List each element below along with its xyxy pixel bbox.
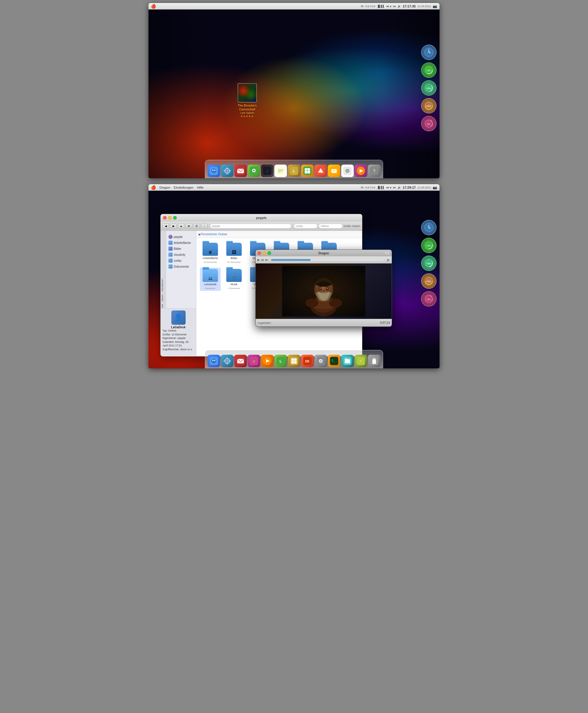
search-label: pepple xyxy=(212,225,220,228)
volume-icon-bottom[interactable]: 🔊 xyxy=(398,186,401,189)
widget-cpu-top[interactable]: CPU xyxy=(421,62,437,78)
dock-bottom-libreoffice[interactable]: L xyxy=(274,355,287,367)
widget-clock-bottom[interactable] xyxy=(421,220,437,235)
minimize-button[interactable] xyxy=(168,216,172,220)
video-next-btn[interactable]: ⏭ xyxy=(265,258,268,261)
folder-musik[interactable]: 🎵 Musik 2 Elemente xyxy=(224,268,245,291)
menu-bar-top: 🍎 kh 0.0 / 0.0 ▐▌▌▌ ⏮ ⏵ ⏭ 🔊 17:17:35 11.… xyxy=(148,3,440,9)
dock-music[interactable]: ♪ xyxy=(261,165,274,177)
dock-mail[interactable] xyxy=(234,165,247,177)
breadcrumb-home[interactable]: Persönlicher Ordner xyxy=(201,232,227,236)
dock-bottom-browser[interactable] xyxy=(221,355,233,367)
video-fullscreen-btn[interactable]: ⛶ xyxy=(384,251,389,255)
network-values-bottom: 0.0 / 0.0 xyxy=(365,186,375,189)
video-close-btn[interactable] xyxy=(257,251,261,255)
widget-net-bottom[interactable]: NET xyxy=(421,291,437,307)
camera-icon[interactable]: 📷 xyxy=(433,4,437,8)
dock-libreoffice-calc[interactable] xyxy=(301,165,314,177)
dock-bottom-settings[interactable] xyxy=(314,355,327,367)
sidebar-icon-conky xyxy=(168,259,172,263)
dock-finder[interactable] xyxy=(208,165,220,177)
location-box-videos[interactable]: Videos xyxy=(319,224,342,228)
camera-icon-bottom[interactable]: 📷 xyxy=(433,185,437,189)
apple-logo-bottom[interactable]: 🍎 xyxy=(151,185,156,190)
dock-misc1[interactable]: ? xyxy=(368,165,380,177)
video-progress-bar[interactable] xyxy=(271,259,384,261)
tab-informationen[interactable]: Informationen xyxy=(161,278,166,293)
maximize-button[interactable] xyxy=(173,216,177,220)
svg-text:DISK: DISK xyxy=(426,281,432,283)
sidebar-item-bilder[interactable]: Bilder xyxy=(166,246,196,252)
video-play-btn[interactable]: ▶ xyxy=(257,258,260,261)
sidebar-item-arbeitsflache[interactable]: Arbeitsfläche xyxy=(166,240,196,246)
dock-libreoffice[interactable]: L xyxy=(288,165,300,177)
sidebar-item-pepple[interactable]: pepple xyxy=(166,234,196,240)
forward-button[interactable]: ▶ xyxy=(170,223,177,229)
view-icon-btn[interactable]: ⊞ xyxy=(186,223,192,229)
folder-arbeitsflache[interactable]: 🖥 Arbeitsfläche 33 Elemente xyxy=(200,242,220,265)
video-maximize-btn[interactable] xyxy=(268,251,271,255)
widget-disk-bottom[interactable]: DISK xyxy=(421,273,437,289)
info-size-label: Größe: xyxy=(163,333,171,336)
music-widget[interactable]: The Breeders Cannonball Last Splash ★★★★… xyxy=(237,83,257,118)
window-controls xyxy=(163,216,177,220)
menu-einstellungen[interactable]: Einstellungen xyxy=(174,186,193,189)
sort-date[interactable]: Datum xyxy=(352,225,360,228)
sidebar-item-cloudcity[interactable]: cloudcity xyxy=(166,252,196,258)
widget-cpu2-bottom[interactable]: RAM xyxy=(421,256,437,271)
sort-controls: Größe Datum xyxy=(343,225,360,228)
apple-logo[interactable]: 🍎 xyxy=(151,4,156,8)
widget-net-top[interactable]: NET xyxy=(421,116,437,131)
dock-bottom-terminal[interactable]: $_ xyxy=(328,355,340,367)
view-column-btn[interactable]: ⋮ xyxy=(201,223,208,229)
dock-browser[interactable] xyxy=(221,165,233,177)
close-button[interactable] xyxy=(163,216,167,220)
sidebar-item-conky[interactable]: conky xyxy=(166,258,196,264)
dock-bottom-misc[interactable]: ⚡ xyxy=(355,355,367,367)
dock-bottom-mail[interactable] xyxy=(234,355,247,367)
dock-bottom-files[interactable] xyxy=(341,355,354,367)
video-minimize-btn[interactable] xyxy=(262,251,266,255)
sidebar-item-dokumente[interactable]: Dokumente xyxy=(166,264,196,269)
video-volume-icon[interactable]: 🔊 xyxy=(387,259,390,261)
folder-count-bilder: 61 Elemente xyxy=(228,261,241,264)
view-list-btn[interactable]: ☰ xyxy=(193,223,200,229)
dock-settings[interactable] xyxy=(341,165,354,177)
folder-lagadesk[interactable]: 🗂 LaGaDesk Elemente xyxy=(200,268,220,291)
widget-cpu-bottom[interactable]: CPU xyxy=(421,238,437,253)
location-box-conky[interactable]: conky xyxy=(294,224,317,228)
widget-clock[interactable] xyxy=(421,45,437,60)
up-button[interactable]: ▲ xyxy=(178,223,184,229)
tab-system[interactable]: System xyxy=(161,293,166,302)
menu-bar-left: 🍎 xyxy=(151,4,156,8)
svg-text:NET: NET xyxy=(427,123,430,125)
folder-count-arbeitsflache: 33 Elemente xyxy=(204,261,217,264)
dock-bottom-vlc[interactable] xyxy=(261,355,274,367)
app-name-dragon[interactable]: Dragon xyxy=(160,186,170,189)
back-button[interactable]: ◀ xyxy=(163,223,169,229)
dock-vlc[interactable] xyxy=(355,165,367,177)
volume-icon[interactable]: 🔊 xyxy=(398,5,401,8)
folder-bilder[interactable]: 🖼 Bilder 61 Elemente xyxy=(224,242,245,265)
svg-line-2 xyxy=(429,52,430,53)
video-prev-btn[interactable]: ⏮ xyxy=(261,258,264,261)
widget-cpu2-top[interactable]: RAM xyxy=(421,80,437,96)
dock-impress[interactable] xyxy=(328,165,340,177)
dock-photos[interactable] xyxy=(248,165,260,177)
dock-bottom-finder[interactable] xyxy=(208,355,220,367)
dock-bottom-dragon[interactable]: DK xyxy=(301,355,314,367)
svg-text:♪: ♪ xyxy=(266,168,269,173)
dock-notes[interactable] xyxy=(274,165,287,177)
media-controls[interactable]: ⏮ ⏵ ⏭ xyxy=(386,5,396,8)
search-box[interactable]: pepple xyxy=(210,224,291,228)
dock-bottom-trash[interactable] xyxy=(368,355,380,367)
dock-bottom-calc[interactable] xyxy=(288,355,300,367)
dock-bottom: ♪ L DK $_ ⚡ xyxy=(205,350,383,368)
dock-draw[interactable] xyxy=(314,165,327,177)
media-controls-bottom[interactable]: ⏮ ⏵ ⏭ xyxy=(386,186,396,189)
dock-bottom-music[interactable]: ♪ xyxy=(248,355,260,367)
widget-disk-top[interactable]: DISK xyxy=(421,98,437,114)
menu-hilfe[interactable]: Hilfe xyxy=(197,186,204,189)
sort-label[interactable]: Größe xyxy=(343,225,351,228)
folder-label-bilder: Bilder xyxy=(230,257,237,260)
